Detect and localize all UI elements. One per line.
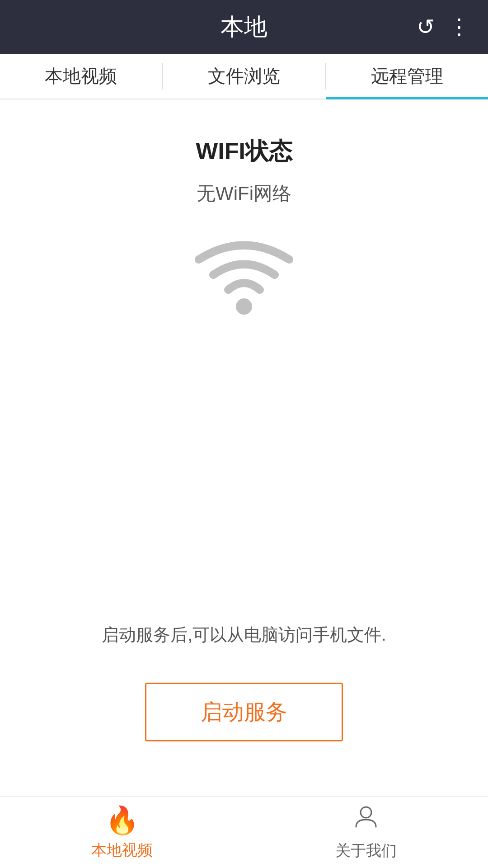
wifi-status-title: WIFI状态 [196, 136, 292, 167]
refresh-button[interactable]: ↺ [417, 16, 435, 38]
tab-bar: 本地视频 文件浏览 远程管理 [0, 54, 488, 99]
bottom-nav-local-video-label: 本地视频 [91, 840, 153, 861]
tab-local-video[interactable]: 本地视频 [0, 55, 162, 99]
bottom-nav-local-video[interactable]: 🔥 本地视频 [0, 804, 244, 861]
tab-remote-manage[interactable]: 远程管理 [326, 55, 488, 99]
bottom-nav-about-us-label: 关于我们 [335, 840, 397, 861]
header-actions: ↺ ⋮ [398, 16, 470, 38]
svg-point-0 [236, 298, 252, 315]
app-header: 本地 ↺ ⋮ [0, 0, 488, 54]
tab-file-browser[interactable]: 文件浏览 [163, 55, 325, 99]
user-icon [352, 803, 380, 837]
main-content: WIFI状态 无WiFi网络 启动服务后,可以从电脑访问手机文件. 启动服务 [0, 99, 488, 796]
svg-point-1 [361, 807, 371, 818]
wifi-status-text: 无WiFi网络 [197, 181, 291, 206]
service-description: 启动服务后,可以从电脑访问手机文件. [102, 623, 386, 646]
fire-icon: 🔥 [105, 804, 139, 836]
page-title: 本地 [90, 11, 398, 43]
more-menu-button[interactable]: ⋮ [448, 16, 470, 38]
bottom-navigation: 🔥 本地视频 关于我们 [0, 796, 488, 868]
bottom-nav-about-us[interactable]: 关于我们 [244, 803, 488, 861]
start-service-button[interactable]: 启动服务 [145, 683, 343, 741]
wifi-icon [194, 233, 294, 316]
